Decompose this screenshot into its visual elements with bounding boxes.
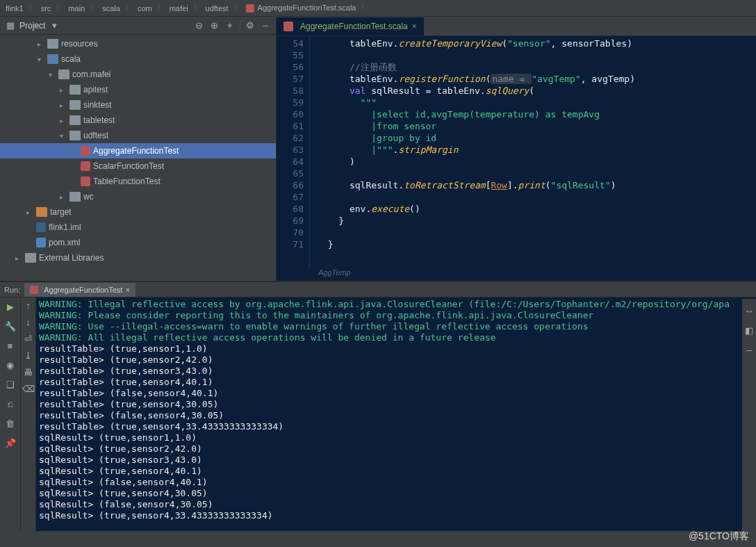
tree-item[interactable]: ScalarFunctionTest — [0, 158, 276, 174]
folder-icon — [69, 100, 81, 110]
expand-icon[interactable]: ⊕ — [208, 19, 221, 32]
console-line: WARNING: Illegal reflective access by or… — [39, 299, 753, 310]
tree-arrow-icon[interactable] — [60, 101, 69, 109]
tree-item-label: TableFunctionTest — [93, 177, 161, 186]
tree-item[interactable]: TableFunctionTest — [0, 174, 276, 189]
editor-statusbar: AggTemp — [277, 268, 756, 281]
breadcrumb-segment[interactable]: src — [40, 4, 53, 13]
tree-item[interactable]: AggregateFunctionTest — [0, 143, 276, 158]
close-icon[interactable]: × — [125, 286, 129, 294]
down-icon[interactable]: ↓ — [22, 316, 35, 328]
watermark: @51CTO博客 — [689, 530, 749, 543]
gutter: 545556575859606162636465666768697071 — [277, 36, 310, 268]
tree-item[interactable]: target — [0, 204, 276, 220]
clear-icon[interactable]: ⌫ — [22, 382, 35, 395]
exit-icon[interactable]: ⎌ — [3, 396, 18, 411]
breadcrumb-segment[interactable]: scala — [101, 4, 122, 13]
folder-icon — [47, 39, 58, 49]
wrench-icon[interactable]: 🔧 — [3, 318, 18, 334]
rerun-icon[interactable]: ▶ — [3, 299, 18, 314]
tree-item[interactable]: flink1.iml — [0, 220, 276, 235]
tree-item-label: pom.xml — [49, 238, 80, 247]
breadcrumb[interactable]: flink1〉src〉main〉scala〉com〉mafei〉udftest〉… — [0, 0, 756, 17]
hide-icon[interactable]: – — [743, 343, 755, 356]
tree-arrow-icon[interactable] — [60, 117, 69, 124]
project-tree[interactable]: resourcesscalacom.mafeiapitestsinktestta… — [0, 35, 276, 281]
scroll-end-icon[interactable]: ⤓ — [22, 349, 35, 361]
tree-item[interactable]: udftest — [0, 128, 276, 143]
trash-icon[interactable]: 🗑 — [3, 416, 18, 431]
chevron-down-icon[interactable]: ▾ — [48, 19, 60, 32]
run-tab[interactable]: AggregateFunctionTest × — [24, 283, 135, 297]
sidebar-header: ▦ Project ▾ ⊖ ⊕ ⌖ | ⚙ – — [0, 17, 276, 35]
console-line: sqlResult> (true,sensor4,30.05) — [39, 488, 753, 499]
dock-icon[interactable]: ◧ — [743, 324, 755, 336]
tree-item[interactable]: External Libraries — [0, 250, 276, 266]
stop-icon[interactable]: ■ — [3, 338, 18, 353]
breadcrumb-segment[interactable]: flink1 — [4, 4, 25, 13]
console-line: sqlResult> (true,sensor4,40.1) — [39, 466, 753, 477]
scala-file-icon — [81, 146, 90, 156]
tree-item[interactable]: com.mafei — [0, 67, 276, 82]
console-line: resultTable> (true,sensor4,40.1) — [39, 377, 753, 388]
breadcrumb-segment[interactable]: udftest — [204, 4, 230, 13]
tree-item-label: sinktest — [83, 100, 112, 110]
layout-icon[interactable]: ❏ — [3, 377, 18, 392]
console-line: sqlResult> (true,sensor3,43.0) — [39, 455, 753, 466]
tree-item-label: udftest — [83, 131, 108, 140]
tree-item[interactable]: wc — [0, 189, 276, 204]
console-line: resultTable> (true,sensor3,43.0) — [39, 366, 753, 377]
tree-item[interactable]: pom.xml — [0, 235, 276, 250]
select-opened-icon[interactable]: ⌖ — [224, 19, 236, 32]
tree-item-label: AggregateFunctionTest — [93, 146, 179, 156]
tree-arrow-icon[interactable] — [60, 86, 69, 94]
editor-tab[interactable]: AggregateFunctionTest.scala × — [277, 17, 424, 35]
tree-item[interactable]: sinktest — [0, 97, 276, 113]
tree-item[interactable]: scala — [0, 51, 276, 67]
console-line: sqlResult> (false,sensor4,30.05) — [39, 499, 753, 510]
folder-icon — [69, 192, 81, 202]
pin-icon[interactable]: 📌 — [3, 435, 18, 450]
right-tool-strip: ↔ ◧ – — [742, 299, 756, 542]
collapse-all-icon[interactable]: ⊖ — [193, 19, 206, 32]
tree-item[interactable]: apitest — [0, 82, 276, 97]
camera-icon[interactable]: ◉ — [3, 357, 18, 373]
run-sec-toolbar: ↑ ↓ ⏎ ⤓ 🖶 ⌫ — [21, 297, 36, 531]
tree-item-label: flink1.iml — [49, 222, 81, 232]
tree-item-label: target — [50, 207, 72, 217]
up-icon[interactable]: ↑ — [22, 299, 35, 311]
tree-item[interactable]: resources — [0, 36, 276, 51]
tree-arrow-icon[interactable] — [15, 254, 25, 262]
console-output[interactable]: WARNING: Illegal reflective access by or… — [36, 297, 756, 531]
breadcrumb-segment[interactable]: main — [67, 4, 86, 13]
code-view[interactable]: 545556575859606162636465666768697071 tab… — [277, 36, 756, 268]
scala-file-icon — [30, 286, 38, 294]
project-icon: ▦ — [4, 19, 17, 32]
tree-arrow-icon[interactable] — [60, 193, 69, 201]
print-icon[interactable]: 🖶 — [22, 366, 35, 378]
gear-icon[interactable]: ⚙ — [244, 19, 256, 32]
editor-area: AggregateFunctionTest.scala × 5455565758… — [277, 17, 756, 281]
breadcrumb-segment[interactable]: mafei — [168, 4, 190, 13]
console-line: resultTable> (true,sensor2,42.0) — [39, 354, 753, 366]
tree-item[interactable]: tabletest — [0, 113, 276, 128]
tree-arrow-icon[interactable] — [26, 209, 36, 216]
layout-icon[interactable]: ↔ — [743, 304, 755, 317]
breadcrumb-segment[interactable]: AggregateFunctionTest.scala — [245, 3, 358, 13]
run-tab-label: AggregateFunctionTest — [44, 286, 122, 294]
tree-arrow-icon[interactable] — [38, 56, 47, 63]
soft-wrap-icon[interactable]: ⏎ — [22, 332, 35, 345]
console-line: sqlResult> (true,sensor4,33.433333333333… — [39, 510, 753, 521]
tree-arrow-icon[interactable] — [60, 132, 69, 140]
console-line: WARNING: Use --illegal-access=warn to en… — [39, 321, 753, 332]
tree-arrow-icon[interactable] — [38, 40, 47, 48]
hide-icon[interactable]: – — [259, 19, 272, 32]
breadcrumb-segment[interactable]: com — [136, 4, 154, 13]
editor-tab-label: AggregateFunctionTest.scala — [300, 22, 408, 31]
console-line: resultTable> (false,sensor4,30.05) — [39, 410, 753, 421]
folder-icon — [69, 85, 81, 95]
tree-arrow-icon[interactable] — [49, 71, 58, 79]
close-icon[interactable]: × — [412, 22, 417, 31]
code-lines[interactable]: tableEnv.createTemporaryView("sensor", s… — [310, 36, 756, 268]
scala-file-icon — [81, 177, 90, 186]
